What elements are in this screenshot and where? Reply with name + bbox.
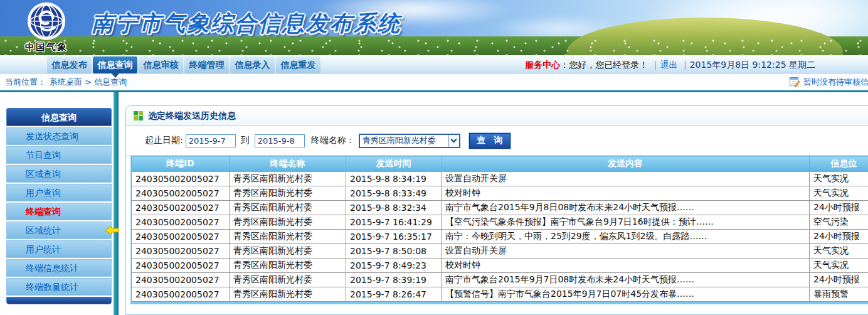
- cell-send-content: 设置自动开关屏: [442, 172, 810, 186]
- page-title: 南宁市气象综合信息发布系统: [92, 9, 401, 38]
- table-row: 240305002005027 青秀区南阳新光村委 2015-9-8 8:32:…: [132, 201, 868, 215]
- panel-title: 选定终端发送历史信息: [148, 110, 236, 122]
- cell-send-time: 2015-9-8 8:33:49: [346, 186, 442, 201]
- cell-send-time: 2015-9-7 8:50:08: [346, 244, 442, 259]
- grass-field: [0, 36, 868, 55]
- cma-logo: 中国气象: [16, 2, 77, 53]
- cell-send-time: 2015-9-7 8:26:47: [346, 287, 442, 302]
- nav-tab[interactable]: 信息审核: [139, 56, 183, 73]
- cell-info-position: 24小时预报: [810, 230, 868, 244]
- table-row: 240305002005027 青秀区南阳新光村委 2015-9-7 8:26:…: [132, 287, 868, 302]
- table-header-cell: 信息位: [810, 156, 868, 172]
- cell-terminal-name: 青秀区南阳新光村委: [230, 259, 346, 273]
- cell-send-content: 校对时钟: [442, 186, 810, 201]
- sidebar-item[interactable]: 节目查询: [6, 146, 112, 164]
- sidebar-item[interactable]: 用户查询: [6, 184, 112, 201]
- cma-globe-icon: [23, 2, 70, 43]
- cell-info-position: 空气污染: [810, 215, 868, 230]
- history-table-body: 240305002005027 青秀区南阳新光村委 2015-9-8 8:34:…: [132, 172, 868, 302]
- panel-header: 选定终端发送历史信息: [126, 106, 868, 126]
- table-header-cell: 终端ID: [132, 156, 230, 172]
- sidebar-item[interactable]: 区域查询: [6, 165, 112, 183]
- cell-send-content: 设置自动开关屏: [442, 244, 810, 259]
- terminal-select-value: 青秀区南阳新光村委: [360, 135, 436, 146]
- breadcrumb: 当前位置：系统桌面 > 信息查询: [5, 77, 127, 87]
- sidebar-item[interactable]: 终端信息统计: [6, 259, 112, 277]
- cell-send-time: 2015-9-8 8:32:34: [346, 201, 442, 215]
- table-row: 240305002005027 青秀区南阳新光村委 2015-9-8 8:34:…: [132, 172, 868, 186]
- date-to-input[interactable]: [255, 134, 305, 147]
- content-area: 信息查询 发送状态查询节目查询区域查询用户查询终端查询区域统计用户统计终端信息统…: [0, 92, 868, 315]
- sidebar-item[interactable]: 发送状态查询: [6, 127, 112, 145]
- breadcrumb-row: 当前位置：系统桌面 > 信息查询 暂时没有待审核信息: [0, 74, 868, 90]
- cell-send-time: 2015-9-7 16:35:17: [346, 230, 442, 244]
- cell-send-content: 南宁市气象台2015年9月8日08时发布未来24小时天气预报……: [442, 201, 810, 215]
- cell-terminal-id: 240305002005027: [132, 215, 230, 230]
- terminal-select[interactable]: 青秀区南阳新光村委: [359, 134, 460, 148]
- nav-tab[interactable]: 终端管理: [184, 56, 229, 73]
- chevron-down-icon: [448, 135, 459, 147]
- date-from-input[interactable]: [186, 134, 236, 147]
- cell-send-content: 【空气污染气象条件预报】南宁市气象台9月7日16时提供：预计……: [442, 215, 810, 230]
- cell-terminal-name: 青秀区南阳新光村委: [230, 230, 346, 244]
- grid-squares-icon: [134, 111, 143, 120]
- cell-terminal-name: 青秀区南阳新光村委: [230, 172, 346, 186]
- nav-tab[interactable]: 信息查询: [93, 56, 137, 73]
- sidebar: 信息查询 发送状态查询节目查询区域查询用户查询终端查询区域统计用户统计终端信息统…: [6, 108, 112, 304]
- cell-send-time: 2015-9-7 8:39:19: [346, 273, 442, 287]
- terminal-name-label: 终端名称：: [311, 135, 355, 146]
- main-panel: 选定终端发送历史信息 起止日期: 到 终端名称： 青秀区南阳新光村委 查 询 终…: [125, 105, 868, 315]
- cell-send-content: 南宁市气象台2015年9月7日08时发布未来24小时天气预报……: [442, 273, 810, 287]
- sidebar-title: 信息查询: [6, 108, 112, 126]
- user-info: 服务中心：您好，您已经登录！ |退出 |2015年9月8日 9:12:25 星期…: [525, 55, 815, 74]
- nav-tab[interactable]: 信息发布: [47, 56, 92, 73]
- cell-terminal-id: 240305002005027: [132, 259, 230, 273]
- to-label: 到: [241, 135, 250, 146]
- cell-terminal-id: 240305002005027: [132, 287, 230, 302]
- nav-tab[interactable]: 信息录入: [230, 56, 275, 73]
- table-header-row: 终端ID终端名称发送时间发送内容信息位: [132, 156, 868, 172]
- edit-document-icon: [790, 77, 800, 87]
- collapse-arrow-icon[interactable]: [105, 225, 119, 237]
- login-greeting: ：您好，您已经登录！: [560, 60, 648, 70]
- nav-tab[interactable]: 信息重发: [276, 56, 320, 73]
- table-row: 240305002005027 青秀区南阳新光村委 2015-9-7 16:41…: [132, 215, 868, 230]
- sidebar-item[interactable]: 区域统计: [6, 222, 112, 239]
- cell-send-time: 2015-9-8 8:34:19: [346, 172, 442, 186]
- cell-terminal-id: 240305002005027: [132, 186, 230, 201]
- cell-info-position: 24小时预报: [810, 273, 868, 287]
- query-form: 起止日期: 到 终端名称： 青秀区南阳新光村委 查 询: [126, 126, 868, 156]
- cell-info-position: 暴雨预警: [810, 287, 868, 302]
- history-table-container: 终端ID终端名称发送时间发送内容信息位 240305002005027 青秀区南…: [130, 156, 868, 304]
- cell-info-position: 24小时预报: [810, 201, 868, 215]
- history-table: 终端ID终端名称发送时间发送内容信息位 240305002005027 青秀区南…: [131, 156, 868, 302]
- table-header-cell: 发送内容: [442, 156, 810, 172]
- cell-terminal-id: 240305002005027: [132, 201, 230, 215]
- cell-terminal-name: 青秀区南阳新光村委: [230, 287, 346, 302]
- service-center-label: 服务中心: [525, 60, 560, 70]
- sidebar-splitter[interactable]: [114, 92, 119, 315]
- nav-tabs: 信息发布信息查询信息审核终端管理信息录入信息重发: [47, 56, 320, 73]
- search-button[interactable]: 查 询: [469, 133, 511, 149]
- table-row: 240305002005027 青秀区南阳新光村委 2015-9-7 8:50:…: [132, 244, 868, 259]
- nav-bar: 信息发布信息查询信息审核终端管理信息录入信息重发 服务中心：您好，您已经登录！ …: [0, 55, 868, 74]
- table-header-cell: 终端名称: [230, 156, 346, 172]
- cell-terminal-name: 青秀区南阳新光村委: [230, 201, 346, 215]
- sidebar-item[interactable]: 用户统计: [6, 240, 112, 258]
- breadcrumb-label: 当前位置：: [5, 77, 46, 87]
- table-row: 240305002005027 青秀区南阳新光村委 2015-9-7 8:39:…: [132, 273, 868, 287]
- sidebar-item[interactable]: 终端数量统计: [6, 278, 112, 296]
- date-range-label: 起止日期:: [145, 135, 183, 146]
- table-row: 240305002005027 青秀区南阳新光村委 2015-9-7 8:49:…: [132, 259, 868, 273]
- logout-link[interactable]: 退出: [660, 60, 678, 70]
- cell-terminal-name: 青秀区南阳新光村委: [230, 244, 346, 259]
- cell-send-content: 南宁：今晚到明天，中雨，25到29度，偏东风1到2级。白露踏……: [442, 230, 810, 244]
- cell-info-position: 天气实况: [810, 186, 868, 201]
- cell-terminal-name: 青秀区南阳新光村委: [230, 273, 346, 287]
- sidebar-footer: [6, 297, 112, 304]
- cell-terminal-name: 青秀区南阳新光村委: [230, 186, 346, 201]
- cell-terminal-id: 240305002005027: [132, 244, 230, 259]
- cell-terminal-id: 240305002005027: [132, 230, 230, 244]
- sidebar-item[interactable]: 终端查询: [6, 203, 112, 220]
- cell-send-content: 校对时钟: [442, 259, 810, 273]
